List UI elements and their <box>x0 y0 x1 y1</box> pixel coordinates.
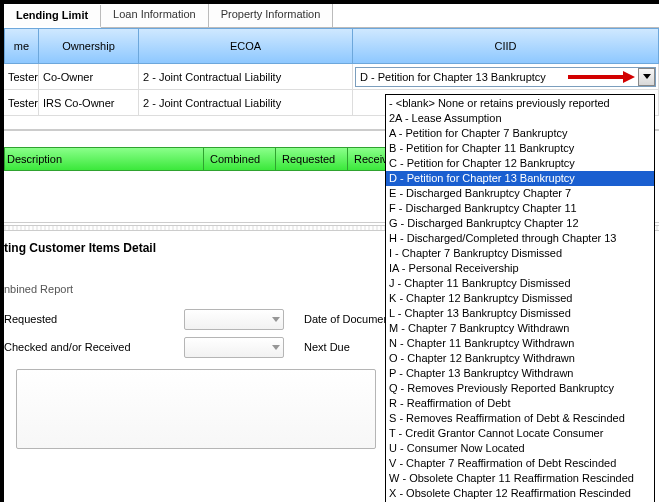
col-received-header[interactable]: Receiv <box>348 147 388 171</box>
ciid-option[interactable]: P - Chapter 13 Bankruptcy Withdrawn <box>386 366 654 381</box>
col-ownership-header[interactable]: Ownership <box>39 28 139 64</box>
ciid-option[interactable]: D - Petition for Chapter 13 Bankruptcy <box>386 171 654 186</box>
ciid-option[interactable]: X - Obsolete Chapter 12 Reaffirmation Re… <box>386 486 654 501</box>
checked-received-select[interactable] <box>184 337 284 358</box>
col-ciid-header[interactable]: CIID <box>353 28 659 64</box>
chevron-down-icon <box>272 345 280 350</box>
cell-ecoa[interactable]: 2 - Joint Contractual Liability <box>139 90 353 116</box>
col-requested-header[interactable]: Requested <box>276 147 348 171</box>
chevron-down-icon <box>272 317 280 322</box>
cell-name[interactable]: Tester <box>4 64 39 90</box>
ciid-option[interactable]: H - Discharged/Completed through Chapter… <box>386 231 654 246</box>
ciid-option[interactable]: F - Discharged Bankruptcy Chapter 11 <box>386 201 654 216</box>
ciid-option[interactable]: - <blank> None or retains previously rep… <box>386 96 654 111</box>
ciid-option[interactable]: A - Petition for Chapter 7 Bankruptcy <box>386 126 654 141</box>
ciid-option[interactable]: G - Discharged Bankruptcy Chapter 12 <box>386 216 654 231</box>
ciid-option[interactable]: T - Credit Grantor Cannot Locate Consume… <box>386 426 654 441</box>
detail-text-area[interactable] <box>16 369 376 449</box>
ciid-option[interactable]: O - Chapter 12 Bankruptcy Withdrawn <box>386 351 654 366</box>
ciid-option[interactable]: K - Chapter 12 Bankruptcy Dismissed <box>386 291 654 306</box>
ciid-dropdown-list[interactable]: - <blank> None or retains previously rep… <box>385 94 655 502</box>
chevron-down-icon <box>643 74 651 79</box>
annotation-red-arrow-icon <box>568 73 638 81</box>
ciid-option[interactable]: U - Consumer Now Located <box>386 441 654 456</box>
ciid-option[interactable]: IA - Personal Receivership <box>386 261 654 276</box>
cell-name[interactable]: Tester <box>4 90 39 116</box>
ciid-dropdown-button[interactable] <box>638 68 655 86</box>
ciid-option[interactable]: W - Obsolete Chapter 11 Reaffirmation Re… <box>386 471 654 486</box>
ciid-option[interactable]: E - Discharged Bankruptcy Chapter 7 <box>386 186 654 201</box>
ciid-option[interactable]: R - Reaffirmation of Debt <box>386 396 654 411</box>
tab-loan-information[interactable]: Loan Information <box>101 4 209 27</box>
ciid-option[interactable]: 2A - Lease Assumption <box>386 111 654 126</box>
col-name-header[interactable]: me <box>4 28 39 64</box>
ciid-option[interactable]: S - Removes Reaffirmation of Debt & Resc… <box>386 411 654 426</box>
tab-property-information[interactable]: Property Information <box>209 4 334 27</box>
cell-ciid[interactable]: D - Petition for Chapter 13 Bankruptcy <box>353 64 659 90</box>
ciid-option[interactable]: V - Chapter 7 Reaffirmation of Debt Resc… <box>386 456 654 471</box>
ciid-option[interactable]: L - Chapter 13 Bankruptcy Dismissed <box>386 306 654 321</box>
tab-lending-limit[interactable]: Lending Limit <box>4 5 101 28</box>
ciid-select-value: D - Petition for Chapter 13 Bankruptcy <box>360 71 546 83</box>
ciid-option[interactable]: C - Petition for Chapter 12 Bankruptcy <box>386 156 654 171</box>
ciid-option[interactable]: B - Petition for Chapter 11 Bankruptcy <box>386 141 654 156</box>
requested-select[interactable] <box>184 309 284 330</box>
ciid-select[interactable]: D - Petition for Chapter 13 Bankruptcy <box>355 67 656 87</box>
ciid-option[interactable]: Q - Removes Previously Reported Bankrupt… <box>386 381 654 396</box>
col-description-header[interactable]: Description <box>4 147 204 171</box>
checked-received-label: Checked and/or Received <box>4 341 184 353</box>
requested-label: Requested <box>4 313 184 325</box>
col-combined-header[interactable]: Combined <box>204 147 276 171</box>
cell-ownership[interactable]: Co-Owner <box>39 64 139 90</box>
ciid-option[interactable]: I - Chapter 7 Bankruptcy Dismissed <box>386 246 654 261</box>
ciid-option[interactable]: M - Chapter 7 Bankruptcy Withdrawn <box>386 321 654 336</box>
ciid-option[interactable]: N - Chapter 11 Bankruptcy Withdrawn <box>386 336 654 351</box>
col-ecoa-header[interactable]: ECOA <box>139 28 353 64</box>
tab-bar: Lending Limit Loan Information Property … <box>4 4 659 28</box>
table-row[interactable]: Tester Co-Owner 2 - Joint Contractual Li… <box>4 64 659 90</box>
cell-ownership[interactable]: IRS Co-Owner <box>39 90 139 116</box>
cell-ecoa[interactable]: 2 - Joint Contractual Liability <box>139 64 353 90</box>
ciid-option[interactable]: J - Chapter 11 Bankruptcy Dismissed <box>386 276 654 291</box>
